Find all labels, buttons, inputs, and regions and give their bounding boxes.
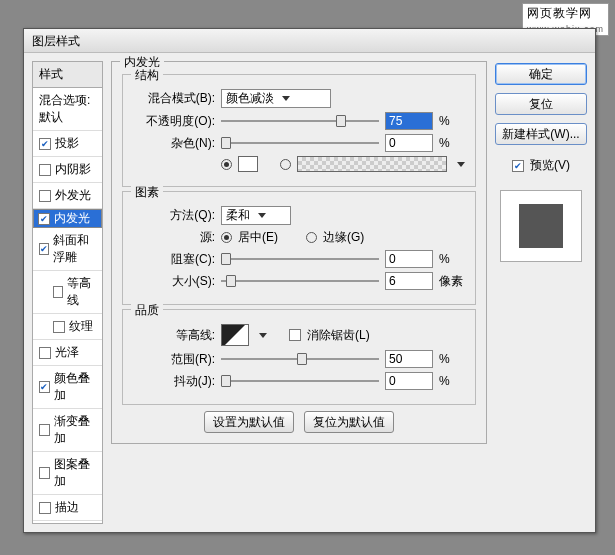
jitter-slider[interactable] — [221, 373, 379, 389]
style-checkbox[interactable] — [39, 164, 51, 176]
dialog-title: 图层样式 — [24, 29, 595, 53]
px-unit: 像素 — [439, 273, 465, 290]
style-label: 纹理 — [69, 318, 93, 335]
cancel-button[interactable]: 复位 — [495, 93, 587, 115]
style-row[interactable]: 等高线 — [33, 271, 102, 314]
styles-header[interactable]: 样式 — [32, 61, 103, 88]
percent-unit: % — [439, 136, 465, 150]
style-row[interactable]: 渐变叠加 — [33, 409, 102, 452]
style-row[interactable]: 投影 — [33, 131, 102, 157]
style-label: 光泽 — [55, 344, 79, 361]
source-label: 源: — [133, 229, 215, 246]
style-label: 描边 — [55, 499, 79, 516]
style-label: 投影 — [55, 135, 79, 152]
noise-slider[interactable] — [221, 135, 379, 151]
color-swatch[interactable] — [238, 156, 258, 172]
new-style-button[interactable]: 新建样式(W)... — [495, 123, 587, 145]
elements-legend: 图素 — [131, 184, 163, 201]
contour-label: 等高线: — [133, 327, 215, 344]
antialias-checkbox[interactable] — [289, 329, 301, 341]
style-row[interactable]: 描边 — [33, 495, 102, 521]
range-label: 范围(R): — [133, 351, 215, 368]
style-checkbox[interactable] — [39, 381, 50, 393]
styles-sidebar: 样式 混合选项:默认 投影内阴影外发光内发光斜面和浮雕等高线纹理光泽颜色叠加渐变… — [32, 61, 103, 524]
style-label: 等高线 — [67, 275, 96, 309]
inner-glow-panel: 内发光 结构 混合模式(B): 颜色减淡 不透明度(O): 75 % 杂色(N) — [111, 61, 487, 444]
preview-swatch — [519, 204, 563, 248]
style-checkbox[interactable] — [39, 243, 49, 255]
noise-field[interactable]: 0 — [385, 134, 433, 152]
style-checkbox[interactable] — [39, 190, 51, 202]
size-label: 大小(S): — [133, 273, 215, 290]
style-label: 斜面和浮雕 — [53, 232, 96, 266]
style-row[interactable]: 内阴影 — [33, 157, 102, 183]
range-field[interactable]: 50 — [385, 350, 433, 368]
antialias-label: 消除锯齿(L) — [307, 327, 370, 344]
style-checkbox[interactable] — [39, 424, 50, 436]
chevron-down-icon — [282, 96, 290, 101]
style-label: 内发光 — [54, 210, 90, 227]
style-label: 颜色叠加 — [54, 370, 96, 404]
jitter-field[interactable]: 0 — [385, 372, 433, 390]
chevron-down-icon[interactable] — [457, 162, 465, 167]
style-label: 内阴影 — [55, 161, 91, 178]
preview-box — [500, 190, 582, 262]
gradient-picker[interactable] — [297, 156, 447, 172]
source-center-radio[interactable] — [221, 232, 232, 243]
style-row[interactable]: 光泽 — [33, 340, 102, 366]
quality-legend: 品质 — [131, 302, 163, 319]
source-edge-label: 边缘(G) — [323, 229, 364, 246]
style-checkbox[interactable] — [39, 467, 50, 479]
percent-unit: % — [439, 252, 465, 266]
blend-mode-label: 混合模式(B): — [133, 90, 215, 107]
reset-default-button[interactable]: 复位为默认值 — [304, 411, 394, 433]
noise-label: 杂色(N): — [133, 135, 215, 152]
size-slider[interactable] — [221, 273, 379, 289]
style-row[interactable]: 外发光 — [33, 183, 102, 209]
elements-group: 图素 方法(Q): 柔和 源: 居中(E) 边缘(G) 阻塞(C): — [122, 191, 476, 305]
style-row[interactable]: 纹理 — [33, 314, 102, 340]
contour-picker[interactable] — [221, 324, 249, 346]
choke-label: 阻塞(C): — [133, 251, 215, 268]
structure-legend: 结构 — [131, 67, 163, 84]
blend-mode-select[interactable]: 颜色减淡 — [221, 89, 331, 108]
opacity-field[interactable]: 75 — [385, 112, 433, 130]
gradient-source-radio[interactable] — [280, 159, 291, 170]
blend-options-row[interactable]: 混合选项:默认 — [33, 88, 102, 131]
percent-unit: % — [439, 114, 465, 128]
preview-checkbox[interactable] — [512, 160, 524, 172]
styles-list: 混合选项:默认 投影内阴影外发光内发光斜面和浮雕等高线纹理光泽颜色叠加渐变叠加图… — [32, 88, 103, 524]
chevron-down-icon[interactable] — [259, 333, 267, 338]
style-row[interactable]: 斜面和浮雕 — [33, 228, 102, 271]
style-checkbox[interactable] — [53, 286, 63, 298]
style-row[interactable]: 图案叠加 — [33, 452, 102, 495]
choke-field[interactable]: 0 — [385, 250, 433, 268]
technique-label: 方法(Q): — [133, 207, 215, 224]
quality-group: 品质 等高线: 消除锯齿(L) 范围(R): 50 % — [122, 309, 476, 405]
percent-unit: % — [439, 374, 465, 388]
opacity-slider[interactable] — [221, 113, 379, 129]
size-field[interactable]: 6 — [385, 272, 433, 290]
color-source-radio[interactable] — [221, 159, 232, 170]
style-checkbox[interactable] — [39, 138, 51, 150]
layer-style-dialog: 图层样式 样式 混合选项:默认 投影内阴影外发光内发光斜面和浮雕等高线纹理光泽颜… — [23, 28, 596, 533]
technique-select[interactable]: 柔和 — [221, 206, 291, 225]
chevron-down-icon — [258, 213, 266, 218]
ok-button[interactable]: 确定 — [495, 63, 587, 85]
style-checkbox[interactable] — [39, 347, 51, 359]
range-slider[interactable] — [221, 351, 379, 367]
style-checkbox[interactable] — [38, 213, 50, 225]
source-edge-radio[interactable] — [306, 232, 317, 243]
style-row[interactable]: 颜色叠加 — [33, 366, 102, 409]
style-label: 外发光 — [55, 187, 91, 204]
structure-group: 结构 混合模式(B): 颜色减淡 不透明度(O): 75 % 杂色(N): — [122, 74, 476, 187]
style-checkbox[interactable] — [39, 502, 51, 514]
style-checkbox[interactable] — [53, 321, 65, 333]
style-label: 图案叠加 — [54, 456, 96, 490]
preview-label: 预览(V) — [530, 157, 570, 174]
choke-slider[interactable] — [221, 251, 379, 267]
jitter-label: 抖动(J): — [133, 373, 215, 390]
percent-unit: % — [439, 352, 465, 366]
style-row[interactable]: 内发光 — [33, 209, 102, 228]
make-default-button[interactable]: 设置为默认值 — [204, 411, 294, 433]
